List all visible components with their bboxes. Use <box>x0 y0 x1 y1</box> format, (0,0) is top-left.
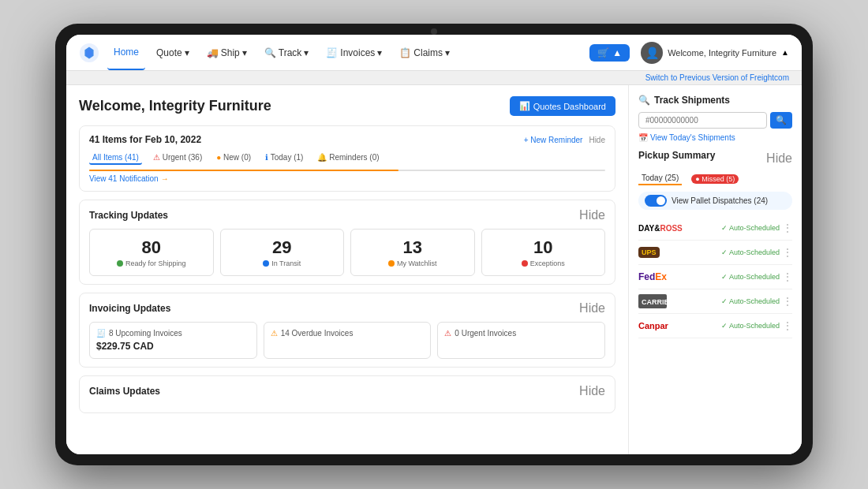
orange-dot <box>388 260 395 267</box>
tracking-stats: 80 Ready for Shipping 29 In Transit <box>89 229 605 276</box>
banner: Switch to Previous Version of Freightcom <box>66 71 802 85</box>
stat-exceptions: 10 Exceptions <box>481 229 606 276</box>
arrow-icon: → <box>161 174 169 183</box>
quotes-dashboard-button[interactable]: 📊 Quotes Dashboard <box>510 96 615 116</box>
list-item: UPS ✓ Auto-Scheduled ⋮ <box>638 241 792 265</box>
user-chevron-icon[interactable]: ▲ <box>781 48 789 57</box>
canpar-logo: Canpar <box>638 318 668 334</box>
nav-claims[interactable]: 📋 Claims ▾ <box>393 35 456 70</box>
list-item: DAY&ROSS ✓ Auto-Scheduled ⋮ <box>638 216 792 241</box>
overdue-invoices-card: ⚠ 14 Overdue Invoices <box>264 322 432 359</box>
avatar: 👤 <box>641 42 663 64</box>
list-item: CARRIER ✓ Auto-Scheduled ⋮ <box>638 289 792 314</box>
fedex-status: ✓ Auto-Scheduled <box>721 273 780 281</box>
stat-ready-number: 80 <box>96 237 207 258</box>
warning-icon: ⚠ <box>271 329 278 338</box>
items-header: 41 Items for Feb 10, 2022 + New Reminder… <box>89 134 605 145</box>
overdue-label: ⚠ 14 Overdue Invoices <box>271 329 425 338</box>
pickup-tab-missed[interactable]: ● Missed (5) <box>688 172 742 185</box>
pickup-tab-today[interactable]: Today (25) <box>638 172 682 185</box>
tab-all-items[interactable]: All Items (41) <box>89 151 142 165</box>
invoice-grid: 🧾 8 Upcoming Invoices $229.75 CAD ⚠ 14 O… <box>89 322 605 359</box>
canpar-status: ✓ Auto-Scheduled <box>721 322 780 330</box>
claims-title: Claims Updates <box>89 386 160 397</box>
new-reminder-button[interactable]: + New Reminder <box>524 136 583 144</box>
user-name: Welcome, Integrity Furniture <box>668 48 776 58</box>
filter-tabs: All Items (41) ⚠ Urgent (36) ● New (0) ℹ… <box>89 151 605 165</box>
invoicing-hide-button[interactable]: Hide <box>579 301 605 315</box>
pallet-dispatch-label: View Pallet Dispatches (24) <box>672 196 768 205</box>
ups-status: ✓ Auto-Scheduled <box>721 248 780 256</box>
stat-ready: 80 Ready for Shipping <box>89 229 214 276</box>
upcoming-invoices-card: 🧾 8 Upcoming Invoices $229.75 CAD <box>89 322 257 359</box>
stat-watchlist-label: My Watchlist <box>357 259 468 267</box>
tracking-search-input[interactable] <box>638 112 767 129</box>
navbar: Home Quote ▾ 🚚 Ship ▾ 🔍 Track ▾ 🧾 Invoic… <box>66 35 802 71</box>
search-btn-icon: 🔍 <box>776 115 787 125</box>
generic-carrier-menu-icon[interactable]: ⋮ <box>783 296 792 307</box>
items-actions: + New Reminder Hide <box>524 136 605 144</box>
dayross-logo: DAY&ROSS <box>638 220 683 236</box>
invoicing-section: Invoicing Updates Hide 🧾 8 Upcoming Invo… <box>79 293 615 368</box>
items-section: 41 Items for Feb 10, 2022 + New Reminder… <box>79 125 615 192</box>
dayross-menu-icon[interactable]: ⋮ <box>783 222 792 233</box>
nav-quote[interactable]: Quote ▾ <box>150 35 196 70</box>
tab-reminders[interactable]: 🔔 Reminders (0) <box>314 151 382 165</box>
pickup-summary-section: Pickup Summary Hide Today (25) ● Missed … <box>638 150 792 338</box>
list-item: FedEx ✓ Auto-Scheduled ⋮ <box>638 265 792 289</box>
blue-dot <box>263 260 269 267</box>
view-today-link[interactable]: 📅 View Today's Shipments <box>638 133 792 142</box>
track-section-title: 🔍 Track Shipments <box>638 95 792 106</box>
stat-transit-number: 29 <box>227 237 338 258</box>
pickup-tabs: Today (25) ● Missed (5) <box>638 172 792 185</box>
cart-button[interactable]: 🛒 ▲ <box>589 44 630 62</box>
invoicing-header: Invoicing Updates Hide <box>89 301 605 315</box>
cart-icon: 🛒 <box>597 47 609 58</box>
claims-section: Claims Updates Hide <box>79 375 615 413</box>
canpar-menu-icon[interactable]: ⋮ <box>783 320 792 331</box>
fedex-logo: FedEx <box>638 269 667 285</box>
dayross-status: ✓ Auto-Scheduled <box>721 224 780 232</box>
svg-text:CARRIER: CARRIER <box>642 298 667 306</box>
stat-exceptions-label: Exceptions <box>488 259 599 267</box>
claims-hide-button[interactable]: Hide <box>579 384 605 398</box>
pickup-title: Pickup Summary <box>638 150 715 161</box>
green-dot <box>117 260 123 267</box>
missed-badge: ● Missed (5) <box>691 174 739 184</box>
ups-menu-icon[interactable]: ⋮ <box>783 247 792 258</box>
logo[interactable] <box>79 43 99 63</box>
urgent-label: ⚠ 0 Urgent Invoices <box>444 329 598 338</box>
main-content: Welcome, Integrity Furniture 📊 Quotes Da… <box>66 85 802 454</box>
pickup-hide-button[interactable]: Hide <box>766 151 792 166</box>
urgent-icon: ⚠ <box>444 329 451 338</box>
fedex-menu-icon[interactable]: ⋮ <box>783 271 792 282</box>
pickup-header: Pickup Summary Hide <box>638 150 792 167</box>
pallet-dispatch-toggle-row: View Pallet Dispatches (24) <box>638 192 792 210</box>
stat-exceptions-number: 10 <box>488 237 599 258</box>
tracking-search-button[interactable]: 🔍 <box>770 112 792 129</box>
carriers-list: DAY&ROSS ✓ Auto-Scheduled ⋮ UPS <box>638 216 792 338</box>
stat-transit: 29 In Transit <box>220 229 345 276</box>
nav-track[interactable]: 🔍 Track ▾ <box>258 35 316 70</box>
nav-ship[interactable]: 🚚 Ship ▾ <box>200 35 253 70</box>
device-frame: Home Quote ▾ 🚚 Ship ▾ 🔍 Track ▾ 🧾 Invoic… <box>55 24 813 465</box>
tab-urgent[interactable]: ⚠ Urgent (36) <box>150 151 205 165</box>
search-icon: 🔍 <box>638 95 650 106</box>
tracking-hide-button[interactable]: Hide <box>579 208 605 222</box>
claims-header: Claims Updates Hide <box>89 384 605 398</box>
stat-watchlist-number: 13 <box>357 237 468 258</box>
nav-home[interactable]: Home <box>107 35 145 70</box>
view-notifications-link[interactable]: View 41 Notification → <box>89 174 605 183</box>
stat-ready-label: Ready for Shipping <box>96 259 207 267</box>
banner-link[interactable]: Switch to Previous Version of Freightcom <box>645 73 789 82</box>
nav-invoices[interactable]: 🧾 Invoices ▾ <box>320 35 388 70</box>
invoicing-title: Invoicing Updates <box>89 303 170 314</box>
chart-icon: 📊 <box>519 101 530 111</box>
tab-new[interactable]: ● New (0) <box>213 151 254 165</box>
tab-today[interactable]: ℹ Today (1) <box>262 151 306 165</box>
generic-carrier-logo: CARRIER <box>638 293 667 309</box>
pallet-dispatch-toggle[interactable] <box>645 195 667 207</box>
items-hide-button[interactable]: Hide <box>589 136 605 144</box>
red-dot <box>522 260 528 267</box>
tracking-header: Tracking Updates Hide <box>89 208 605 222</box>
